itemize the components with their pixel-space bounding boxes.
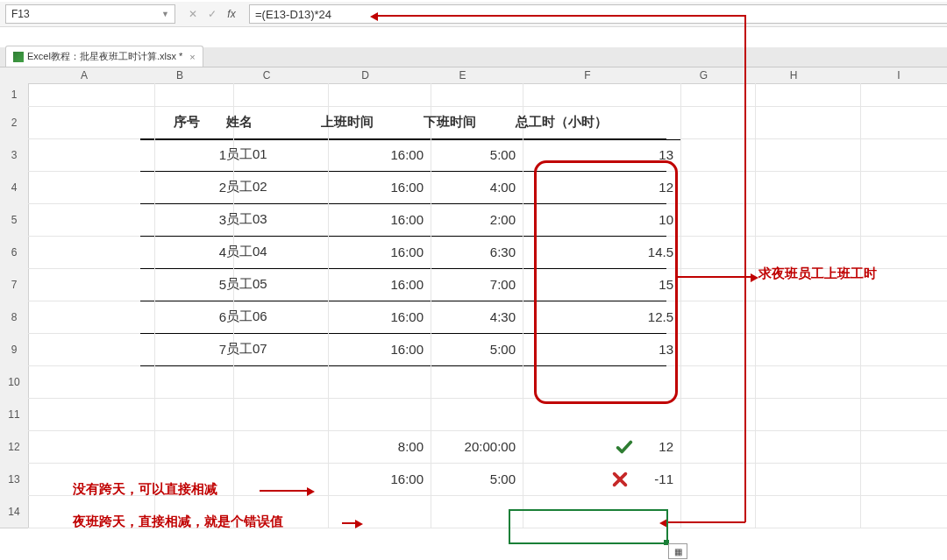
cell-H5[interactable] bbox=[741, 203, 861, 237]
cell-C9[interactable]: 员工07 bbox=[219, 333, 329, 366]
cell-D8[interactable]: 16:00 bbox=[314, 301, 431, 334]
cell-A7[interactable] bbox=[28, 268, 155, 301]
cell-H8[interactable] bbox=[741, 301, 861, 334]
column-header-B[interactable]: B bbox=[140, 67, 220, 84]
column-header-H[interactable]: H bbox=[741, 67, 847, 84]
cell-E1[interactable] bbox=[417, 83, 523, 107]
row-header-3[interactable]: 3 bbox=[0, 138, 29, 172]
cell-H11[interactable] bbox=[741, 398, 861, 431]
cell-E4[interactable]: 4:00 bbox=[417, 171, 523, 204]
row-header-1[interactable]: 1 bbox=[0, 83, 29, 107]
cell-F12[interactable]: 12 bbox=[509, 430, 681, 464]
cell-I5[interactable] bbox=[846, 203, 947, 237]
cell-D11[interactable] bbox=[314, 398, 431, 431]
cell-A10[interactable] bbox=[28, 365, 155, 399]
row-header-9[interactable]: 9 bbox=[0, 333, 29, 366]
cell-I4[interactable] bbox=[846, 171, 947, 204]
cell-F2[interactable]: 总工时（小时） bbox=[509, 106, 681, 140]
cell-D1[interactable] bbox=[314, 83, 431, 107]
cell-I9[interactable] bbox=[846, 333, 947, 366]
select-all-corner[interactable] bbox=[0, 67, 29, 84]
row-header-8[interactable]: 8 bbox=[0, 301, 29, 334]
cell-H4[interactable] bbox=[741, 171, 861, 204]
cell-E2[interactable]: 下班时间 bbox=[417, 106, 523, 140]
fx-icon[interactable]: fx bbox=[223, 7, 240, 21]
cell-A1[interactable] bbox=[28, 83, 155, 107]
name-box[interactable]: F13 ▼ bbox=[5, 4, 175, 24]
cell-E5[interactable]: 2:00 bbox=[417, 203, 523, 237]
row-header-10[interactable]: 10 bbox=[0, 365, 29, 399]
cell-A11[interactable] bbox=[28, 398, 155, 431]
cell-H14[interactable] bbox=[741, 495, 861, 528]
cell-E13[interactable]: 5:00 bbox=[417, 463, 523, 496]
cell-E12[interactable]: 20:00:00 bbox=[417, 430, 523, 464]
row-header-4[interactable]: 4 bbox=[0, 171, 29, 204]
row-header-11[interactable]: 11 bbox=[0, 398, 29, 431]
row-header-14[interactable]: 14 bbox=[0, 495, 29, 528]
cell-D5[interactable]: 16:00 bbox=[314, 203, 431, 237]
row-header-13[interactable]: 13 bbox=[0, 463, 29, 496]
cell-A4[interactable] bbox=[28, 171, 155, 204]
cell-H1[interactable] bbox=[741, 83, 861, 107]
cell-H3[interactable] bbox=[741, 138, 861, 172]
cell-C12[interactable] bbox=[219, 430, 329, 464]
cell-F14[interactable] bbox=[509, 495, 681, 528]
row-header-12[interactable]: 12 bbox=[0, 430, 29, 464]
cell-D12[interactable]: 8:00 bbox=[314, 430, 431, 464]
cell-C6[interactable]: 员工04 bbox=[219, 236, 329, 269]
workbook-tab[interactable]: Excel教程：批星夜班工时计算.xlsx * × bbox=[5, 46, 203, 67]
cell-C10[interactable] bbox=[219, 365, 329, 399]
cell-C8[interactable]: 员工06 bbox=[219, 301, 329, 334]
column-header-F[interactable]: F bbox=[509, 67, 667, 84]
cell-I10[interactable] bbox=[846, 365, 947, 399]
cell-C11[interactable] bbox=[219, 398, 329, 431]
cell-A5[interactable] bbox=[28, 203, 155, 237]
cell-I6[interactable] bbox=[846, 236, 947, 269]
cell-H12[interactable] bbox=[741, 430, 861, 464]
cell-H10[interactable] bbox=[741, 365, 861, 399]
cancel-formula-icon[interactable]: ✕ bbox=[184, 7, 202, 21]
cell-E10[interactable] bbox=[417, 365, 523, 399]
cell-I13[interactable] bbox=[846, 463, 947, 496]
column-header-C[interactable]: C bbox=[219, 67, 315, 84]
cell-I2[interactable] bbox=[846, 106, 947, 139]
cell-I14[interactable] bbox=[846, 495, 947, 528]
cell-A12[interactable] bbox=[28, 430, 155, 464]
cell-D9[interactable]: 16:00 bbox=[314, 333, 431, 366]
cell-A9[interactable] bbox=[28, 333, 155, 366]
cell-C4[interactable]: 员工02 bbox=[219, 171, 329, 204]
cell-E11[interactable] bbox=[417, 398, 523, 431]
column-header-A[interactable]: A bbox=[28, 67, 141, 84]
row-header-2[interactable]: 2 bbox=[0, 106, 29, 139]
cell-D7[interactable]: 16:00 bbox=[314, 268, 431, 301]
cell-C2[interactable]: 姓名 bbox=[219, 106, 329, 140]
cell-D14[interactable] bbox=[314, 495, 431, 528]
row-header-7[interactable]: 7 bbox=[0, 268, 29, 301]
cell-D6[interactable]: 16:00 bbox=[314, 236, 431, 269]
cell-E6[interactable]: 6:30 bbox=[417, 236, 523, 269]
column-header-I[interactable]: I bbox=[846, 67, 947, 84]
cell-E7[interactable]: 7:00 bbox=[417, 268, 523, 301]
cell-D13[interactable]: 16:00 bbox=[314, 463, 431, 496]
accept-formula-icon[interactable]: ✓ bbox=[203, 7, 221, 21]
cell-F1[interactable] bbox=[509, 83, 681, 107]
cell-E8[interactable]: 4:30 bbox=[417, 301, 523, 334]
cell-E3[interactable]: 5:00 bbox=[417, 138, 523, 172]
cell-I3[interactable] bbox=[846, 138, 947, 172]
row-header-6[interactable]: 6 bbox=[0, 236, 29, 269]
cell-C3[interactable]: 员工01 bbox=[219, 138, 329, 172]
cell-E9[interactable]: 5:00 bbox=[417, 333, 523, 366]
column-header-D[interactable]: D bbox=[314, 67, 417, 84]
formula-bar[interactable]: =(E13-D13)*24 bbox=[249, 4, 947, 24]
cell-D4[interactable]: 16:00 bbox=[314, 171, 431, 204]
name-box-dropdown-icon[interactable]: ▼ bbox=[161, 10, 169, 18]
cell-H6[interactable] bbox=[741, 236, 861, 269]
cell-E14[interactable] bbox=[417, 495, 523, 528]
cell-D10[interactable] bbox=[314, 365, 431, 399]
cell-A6[interactable] bbox=[28, 236, 155, 269]
cell-A2[interactable] bbox=[28, 106, 155, 139]
cell-I8[interactable] bbox=[846, 301, 947, 334]
cell-F13[interactable]: -11 bbox=[509, 463, 681, 496]
cell-I12[interactable] bbox=[846, 430, 947, 464]
cell-C7[interactable]: 员工05 bbox=[219, 268, 329, 301]
